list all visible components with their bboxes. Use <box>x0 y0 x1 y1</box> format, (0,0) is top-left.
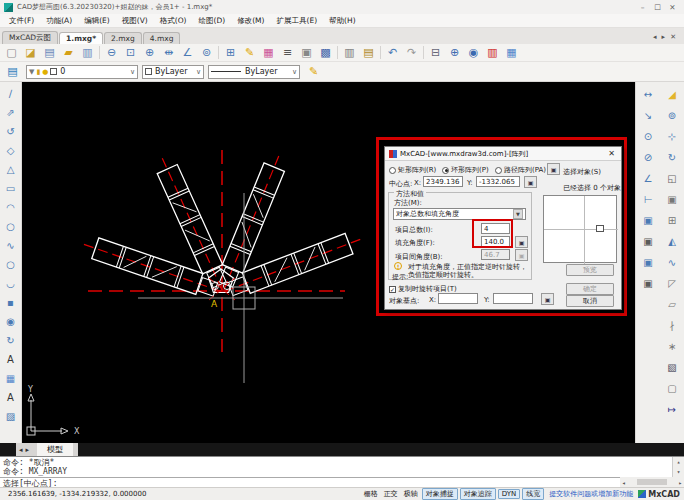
feedback-link[interactable]: 提交软件问题或增加新功能 <box>549 489 633 499</box>
zoom-window-icon[interactable]: ⊡ <box>121 45 140 61</box>
layer-combo-arrow-icon[interactable]: ∨ <box>127 68 135 76</box>
radio-rect-array[interactable]: 矩形阵列(R) <box>389 165 436 175</box>
zoom-previous-icon[interactable]: ⊖ <box>102 45 121 61</box>
menu-item-2[interactable]: 编辑(E) <box>78 16 116 26</box>
spline-edit-icon[interactable]: ∿ <box>663 252 681 273</box>
layer-copy-2-icon[interactable]: ▣ <box>639 231 657 252</box>
dialog-close-icon[interactable]: ✕ <box>608 149 617 158</box>
menu-item-5[interactable]: 绘图(D) <box>193 16 232 26</box>
select-objects-pick-button[interactable]: ▣ <box>547 163 560 175</box>
layer-copy-3-icon[interactable]: ▣ <box>639 252 657 273</box>
linetype-manager-icon[interactable]: ≡ <box>278 45 297 61</box>
menu-item-1[interactable]: 功能(A) <box>40 16 78 26</box>
tab-scroll-left-icon[interactable]: ◂ <box>653 33 657 41</box>
block-rotate-icon[interactable]: ↻ <box>2 331 20 350</box>
save-colorful-icon[interactable]: ▩ <box>316 45 335 61</box>
dim-aligned-icon[interactable]: ↘ <box>639 105 657 126</box>
menu-item-4[interactable]: 格式(O) <box>154 16 193 26</box>
polyline-icon[interactable]: ⇗ <box>2 103 20 122</box>
box-3d-icon[interactable]: ▧ <box>663 357 681 378</box>
menu-item-3[interactable]: 视图(V) <box>116 16 154 26</box>
break-icon[interactable]: ∤ <box>663 315 681 336</box>
command-scrollbar-vertical[interactable]: ▴▾ <box>672 457 684 478</box>
base-x-input[interactable] <box>438 293 478 304</box>
linetype-combo-arrow-icon[interactable]: ∨ <box>289 68 297 76</box>
draw-pencil-icon[interactable]: ✎ <box>240 45 259 61</box>
new-window-icon[interactable]: ▥ <box>340 45 359 61</box>
hatch-icon[interactable]: ▨ <box>2 407 20 426</box>
dim-angular-icon[interactable]: ∠ <box>639 168 657 189</box>
print-icon[interactable]: ⊟ <box>426 45 445 61</box>
dim-radius-icon[interactable]: ⊙ <box>639 126 657 147</box>
close-button[interactable]: ✕ <box>665 3 680 12</box>
copy-icon[interactable]: ⊚ <box>663 105 681 126</box>
linetype-combo[interactable]: ByLayer ∨ <box>208 65 300 79</box>
explode-icon[interactable]: ∗ <box>663 336 681 357</box>
copy-sheet-icon[interactable]: ▣ <box>297 45 316 61</box>
new-file-icon[interactable]: ▢ <box>2 45 21 61</box>
erase-icon[interactable]: ◢ <box>663 84 681 105</box>
fill-angle-pick-button[interactable]: ▣ <box>515 236 528 248</box>
web-globe-icon[interactable]: ◉ <box>464 45 483 61</box>
status-toggle-5[interactable]: DYN <box>498 489 521 499</box>
mtext-icon[interactable]: A <box>2 388 20 407</box>
dim-linear-icon[interactable]: ↔ <box>639 84 657 105</box>
rect-edit-icon[interactable]: ▢ <box>663 378 681 399</box>
center-pick-button[interactable]: ▣ <box>524 176 537 188</box>
rotate-icon[interactable]: ↻ <box>663 147 681 168</box>
center-x-input[interactable]: 2349.136 <box>423 176 463 187</box>
image-insert-icon[interactable]: ▦ <box>502 45 521 61</box>
dialog-title-bar[interactable]: MxCAD-[www.mxdraw3d.com]-[阵列] ✕ <box>385 147 621 161</box>
layer-combo[interactable]: ▼ ▮ ● 0 ∨ <box>26 65 138 79</box>
redo-icon[interactable]: ↷ <box>402 45 421 61</box>
doc-tab-2[interactable]: 2.mxg <box>104 32 142 44</box>
menu-item-6[interactable]: 修改(M) <box>231 16 270 26</box>
circle-icon[interactable]: ○ <box>2 217 20 236</box>
color-combo[interactable]: ByLayer ∨ <box>142 65 204 79</box>
command-area[interactable]: 命令: *取消*命令: MX_ARRAY 选择[中心点]: ▴▾ ◂▸ <box>0 456 684 487</box>
base-pick-button[interactable]: ▣ <box>541 293 554 305</box>
undo-icon[interactable]: ↶ <box>383 45 402 61</box>
status-toggle-4[interactable]: 对象追踪 <box>460 488 496 500</box>
save-icon[interactable]: ▥ <box>78 45 97 61</box>
status-toggle-6[interactable]: 线宽 <box>522 488 544 500</box>
dim-diameter-icon[interactable]: ⊘ <box>639 147 657 168</box>
extend-icon[interactable]: ◸ <box>663 273 681 294</box>
edit-pencil-icon[interactable]: ✎ <box>304 64 323 80</box>
zoom-circle-icon[interactable]: ⊚ <box>197 45 216 61</box>
menu-item-0[interactable]: 文件(F) <box>3 16 40 26</box>
radio-path-array[interactable]: 路径阵列(PA) <box>495 165 546 175</box>
layer-copy-4-icon[interactable]: ▣ <box>639 273 657 294</box>
status-toggle-1[interactable]: 正交 <box>382 489 400 499</box>
zoom-extents-icon[interactable]: ⊕ <box>140 45 159 61</box>
polygon-icon[interactable]: ◇ <box>2 141 20 160</box>
array-icon[interactable]: ⊞ <box>663 210 681 231</box>
arc-continue-icon[interactable]: ◡ <box>2 274 20 293</box>
region-icon[interactable]: ◉ <box>2 312 20 331</box>
pan-icon[interactable]: ⇹ <box>159 45 178 61</box>
save-as-icon[interactable]: ▤ <box>40 45 59 61</box>
menu-item-8[interactable]: 帮助(H) <box>323 16 362 26</box>
join-icon[interactable]: ↦ <box>663 399 681 420</box>
open-folder-icon[interactable]: ▰ <box>59 45 78 61</box>
doc-tab-1[interactable]: 1.mxg* <box>59 32 103 44</box>
ellipse-icon[interactable]: ○ <box>2 255 20 274</box>
arc-icon[interactable]: ◠ <box>2 198 20 217</box>
dim-continue-icon[interactable]: ⊢ <box>639 189 657 210</box>
radio-polar-array[interactable]: 环形阵列(P) <box>442 165 489 175</box>
polygon-edit-icon[interactable]: ▱ <box>663 294 681 315</box>
revcloud-icon[interactable]: ↺ <box>2 122 20 141</box>
cancel-button[interactable]: 取消 <box>566 295 614 307</box>
layers-icon[interactable]: ▤ <box>3 64 22 80</box>
maximize-button[interactable]: ☐ <box>650 3 665 12</box>
rectangle-icon[interactable]: ▭ <box>2 179 20 198</box>
web-publish-icon[interactable]: ⊕ <box>445 45 464 61</box>
image-icon[interactable]: ▦ <box>2 369 20 388</box>
minimize-button[interactable]: – <box>635 3 650 12</box>
color-combo-arrow-icon[interactable]: ∨ <box>193 68 201 76</box>
zoom-rect-icon[interactable]: ⊞ <box>221 45 240 61</box>
command-scrollbar-horizontal[interactable]: ◂▸ <box>620 477 684 487</box>
tab-scroll-right-icon[interactable]: ▸ <box>662 33 666 41</box>
move-icon[interactable]: ⊹ <box>663 126 681 147</box>
model-tab[interactable]: 模型 <box>32 443 78 456</box>
